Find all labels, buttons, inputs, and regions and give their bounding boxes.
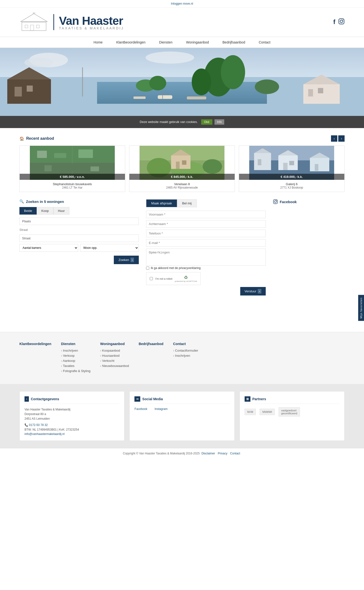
privacy-row: Ik ga akkoord met de privacyverklaring: [146, 266, 265, 270]
diensten-taxaties[interactable]: Taxaties: [63, 364, 74, 368]
place-select[interactable]: Plaats: [19, 217, 139, 225]
next-arrow[interactable]: ›: [338, 135, 345, 142]
tab-afspraak[interactable]: Maak afspraak: [146, 199, 177, 207]
cookie-info-button[interactable]: Info: [215, 119, 224, 125]
cookie-ok-button[interactable]: Oké: [201, 119, 212, 125]
svg-rect-4: [25, 25, 28, 28]
contact-formulier[interactable]: Contactformulier: [175, 349, 198, 352]
svg-point-68: [274, 201, 276, 203]
footer-nav-grid: Klantbeoordelingen Diensten Inschrijven …: [19, 342, 345, 374]
woning-huur[interactable]: Huuraanbod: [102, 354, 120, 357]
svg-rect-53: [182, 160, 186, 165]
diensten-aankoop[interactable]: Aankoop: [63, 359, 75, 363]
prev-arrow[interactable]: ‹: [331, 135, 337, 142]
login-link[interactable]: Inloggen move.nl: [171, 2, 193, 5]
svg-rect-44: [91, 166, 99, 171]
diensten-verkoop[interactable]: Verkoop: [63, 354, 74, 357]
tab-koop[interactable]: Koop: [37, 207, 53, 215]
recaptcha-brand: protected by reCAPTCHA: [175, 280, 197, 282]
favorites-sidebar: Mijn favorieten: [358, 295, 364, 321]
rooms-select[interactable]: Aantal kamers: [19, 244, 78, 252]
hero-image: [0, 48, 364, 116]
woon-select[interactable]: Woon opp.: [80, 244, 139, 252]
search-tabs: Beide Koop Huur: [19, 207, 139, 215]
footer-email[interactable]: info@vanhaastermakelaardij.nl: [25, 432, 65, 436]
svg-rect-32: [133, 96, 146, 99]
nav-klantbeoordelingen[interactable]: Klantbeoordelingen: [109, 37, 152, 48]
share-icon: ⇒: [134, 396, 140, 402]
nav-diensten[interactable]: Diensten: [152, 37, 179, 48]
cookie-message: Deze website maakt gebruik van cookies.: [140, 120, 198, 124]
cookie-banner: Deze website maakt gebruik van cookies. …: [0, 116, 364, 128]
tab-huur[interactable]: Huur: [53, 207, 69, 215]
firstname-input[interactable]: [146, 211, 265, 218]
email-input[interactable]: [146, 239, 265, 247]
svg-rect-30: [158, 95, 172, 99]
footer-col-diensten: Diensten Inschrijven Verkoop Aankoop Tax…: [61, 342, 90, 374]
logo-area: Van Haaster TAXATIES & MAKELAARDIJ: [19, 12, 124, 32]
partner-vastgoedcert: vastgoedcertgecertificeerd: [279, 407, 300, 416]
copyright-bar: Copyright © Van Haaster Taxaties & Makel…: [0, 448, 364, 459]
privacy-link[interactable]: Privacy: [218, 452, 227, 455]
remarks-textarea[interactable]: [146, 249, 265, 266]
property-card-3[interactable]: € 419.000,- k.k. Galerij 6 2771 XJ Bosko…: [239, 146, 345, 192]
property-price-2: € 845.000,- k.k.: [129, 174, 235, 180]
property-card-1[interactable]: € 585.000,- v.o.n. Stephanotistuin bouwk…: [19, 146, 125, 192]
footer-partners-title: ⊞ Partners: [245, 396, 339, 404]
contact-icon: ‹: [25, 396, 29, 402]
svg-rect-31: [187, 96, 206, 99]
submit-button[interactable]: Verstuur ›: [240, 287, 266, 295]
contact-inschrijven[interactable]: Inschrijven: [175, 354, 190, 357]
diensten-inschrijven[interactable]: Inschrijven: [63, 349, 78, 352]
woning-koop[interactable]: Koopaanbod: [102, 349, 120, 352]
contact-link[interactable]: Contact: [230, 452, 240, 455]
rooms-woon-row: Aantal kamers Woon opp.: [19, 244, 139, 252]
svg-rect-26: [318, 88, 323, 93]
search-icon: 🔍: [19, 199, 24, 204]
favorites-button[interactable]: Mijn favorieten: [358, 295, 364, 321]
submit-row: Verstuur ›: [146, 287, 265, 295]
footer-social-title: ⇒ Social Media: [134, 396, 229, 404]
footer-city: 2451 AS Leimuiden: [25, 416, 119, 421]
property-address-2: Venelaan 8: [132, 182, 232, 186]
street-select[interactable]: Straat: [19, 234, 139, 242]
nav-bedrijfsaanbod[interactable]: Bedrijfsaanbod: [216, 37, 252, 48]
privacy-checkbox[interactable]: [146, 267, 149, 270]
facebook-icon[interactable]: f: [333, 18, 335, 26]
property-city-3: 2771 XJ Boskoop: [241, 186, 342, 189]
footer-phone[interactable]: 0172-50 78 32: [29, 423, 48, 427]
spacer: [0, 303, 364, 322]
svg-rect-42: [44, 165, 52, 171]
tab-beide[interactable]: Beide: [19, 207, 37, 215]
recent-section-header: 🏠 Recent aanbod ‹ ›: [19, 135, 345, 142]
main-nav: Home Klantbeoordelingen Diensten Woninga…: [0, 37, 364, 48]
disclaimer-link[interactable]: Disclaimer: [201, 452, 215, 455]
diensten-fotografie[interactable]: Fotografie & Styling: [63, 369, 90, 373]
woning-nieuwbouw[interactable]: Nieuwbouwaanbod: [102, 364, 129, 368]
search-button[interactable]: Zoeken ›: [114, 256, 139, 264]
footer-woning-list: Koopaanbod Huuraanbod Verkocht Nieuwbouw…: [100, 349, 129, 368]
list-item: Koopaanbod: [100, 349, 129, 352]
woning-verkocht[interactable]: Verkocht: [102, 359, 115, 363]
brand-name: Van Haaster: [59, 14, 124, 27]
recaptcha-text: I'm not a robot: [155, 277, 172, 280]
list-item: Inschrijven: [61, 349, 90, 352]
footer-col-woning-title: Woningaanbod: [100, 342, 129, 346]
footer-col-contact-title: Contact: [173, 342, 198, 346]
property-card-2[interactable]: € 845.000,- k.k. Venelaan 8 2465 AV Rijn…: [129, 146, 235, 192]
phone-input[interactable]: [146, 230, 265, 237]
footer-instagram-link[interactable]: Instagram: [155, 407, 167, 411]
nav-woningaanbod[interactable]: Woningaanbod: [179, 37, 216, 48]
tab-bel[interactable]: Bel mij: [177, 199, 197, 207]
svg-rect-62: [283, 163, 288, 170]
nav-contact[interactable]: Contact: [252, 37, 277, 48]
list-item: Inschrijven: [173, 354, 198, 357]
footer-facebook-link[interactable]: Facebook: [134, 407, 147, 411]
lastname-input[interactable]: [146, 220, 265, 228]
instagram-icon[interactable]: [338, 18, 345, 26]
list-item: Verkoop: [61, 354, 90, 357]
recaptcha-checkbox[interactable]: [150, 277, 153, 280]
nav-home[interactable]: Home: [87, 37, 109, 48]
recent-title: Recent aanbod: [26, 136, 54, 141]
list-item: Huuraanbod: [100, 354, 129, 357]
